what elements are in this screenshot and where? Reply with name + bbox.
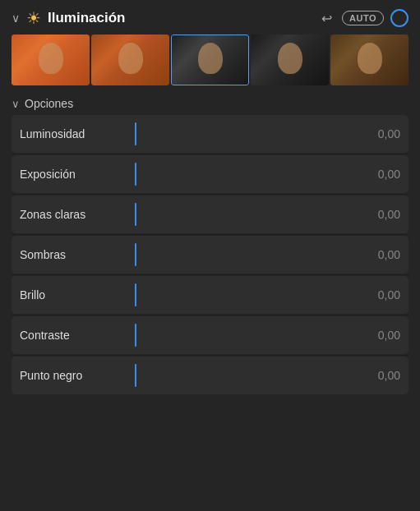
slider-indicator-0 (135, 122, 136, 145)
thumbnail-2[interactable] (91, 35, 169, 85)
sliders-list: Luminosidad0,00Exposición0,00Zonas clara… (0, 115, 420, 394)
slider-track-0[interactable]: 0,00 (135, 115, 400, 153)
slider-label-5: Contraste (20, 329, 135, 342)
slider-row-5[interactable]: Contraste0,00 (12, 316, 408, 354)
thumb-image-4 (251, 35, 329, 85)
slider-value-0: 0,00 (359, 127, 400, 140)
slider-row-6[interactable]: Punto negro0,00 (12, 357, 408, 394)
slider-row-4[interactable]: Brillo0,00 (12, 276, 408, 314)
divider-0 (12, 154, 408, 154)
slider-indicator-1 (135, 163, 136, 186)
slider-track-5[interactable]: 0,00 (135, 316, 400, 354)
thumb-image-2 (91, 35, 169, 85)
slider-row-3[interactable]: Sombras0,00 (12, 236, 408, 274)
opciones-section-header[interactable]: ∨ Opciones (0, 94, 420, 115)
slider-track-6[interactable]: 0,00 (135, 357, 400, 394)
opciones-label: Opciones (25, 97, 73, 110)
header-controls: ↩ AUTO (318, 9, 408, 28)
slider-indicator-5 (135, 324, 136, 347)
slider-indicator-4 (135, 283, 136, 306)
thumb-image-3 (171, 35, 249, 85)
slider-indicator-6 (135, 364, 136, 387)
slider-indicator-3 (135, 243, 136, 266)
slider-track-2[interactable]: 0,00 (135, 196, 400, 233)
slider-label-3: Sombras (20, 248, 135, 261)
slider-track-4[interactable]: 0,00 (135, 276, 400, 314)
slider-row-0[interactable]: Luminosidad0,00 (12, 115, 408, 153)
panel-title: Iluminación (48, 10, 312, 26)
slider-value-5: 0,00 (359, 329, 400, 342)
slider-row-2[interactable]: Zonas claras0,00 (12, 196, 408, 233)
thumbnail-1[interactable] (12, 35, 90, 85)
opciones-chevron: ∨ (12, 98, 20, 110)
thumbnail-3-selected[interactable] (171, 35, 249, 85)
slider-value-4: 0,00 (359, 288, 400, 302)
divider-4 (12, 315, 408, 315)
auto-button[interactable]: AUTO (342, 11, 384, 25)
thumbnail-strip (0, 35, 420, 94)
undo-button[interactable]: ↩ (318, 9, 335, 28)
thumb-image-1 (12, 35, 90, 85)
slider-label-2: Zonas claras (20, 208, 135, 221)
divider-1 (12, 194, 408, 195)
mode-circle-button[interactable] (390, 9, 408, 27)
thumb-image-5 (330, 35, 408, 85)
slider-track-1[interactable]: 0,00 (135, 155, 400, 193)
slider-value-3: 0,00 (359, 248, 400, 261)
slider-label-0: Luminosidad (20, 127, 135, 140)
slider-indicator-2 (135, 203, 136, 226)
divider-3 (12, 274, 408, 275)
sun-icon: ☀ (26, 8, 41, 28)
slider-label-6: Punto negro (20, 369, 135, 382)
slider-label-1: Exposición (20, 168, 135, 181)
panel-header: ∨ ☀ Iluminación ↩ AUTO (0, 0, 420, 35)
slider-row-1[interactable]: Exposición0,00 (12, 155, 408, 193)
divider-5 (12, 355, 408, 356)
collapse-chevron[interactable]: ∨ (12, 12, 20, 25)
slider-value-6: 0,00 (359, 369, 400, 382)
thumbnail-5[interactable] (330, 35, 408, 85)
slider-value-2: 0,00 (359, 208, 400, 221)
slider-label-4: Brillo (20, 288, 135, 302)
slider-track-3[interactable]: 0,00 (135, 236, 400, 274)
divider-2 (12, 234, 408, 235)
slider-value-1: 0,00 (359, 168, 400, 181)
thumbnail-4[interactable] (251, 35, 329, 85)
illumination-panel: ∨ ☀ Iluminación ↩ AUTO (0, 0, 420, 511)
